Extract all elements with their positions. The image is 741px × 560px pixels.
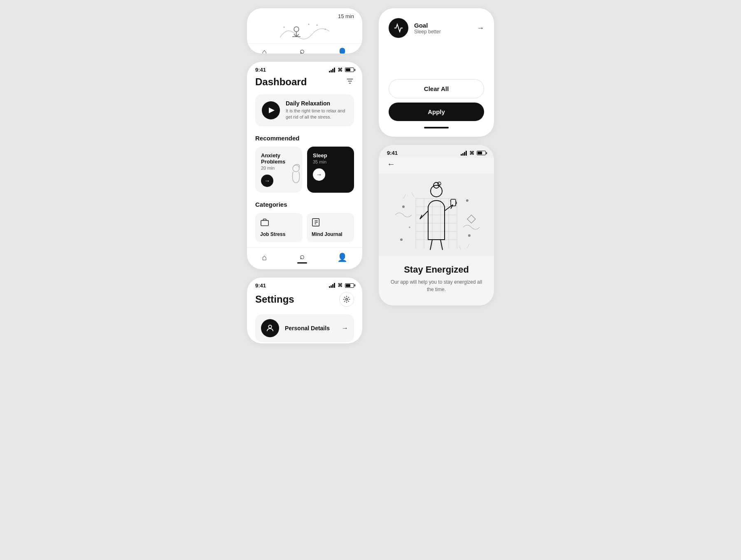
play-button[interactable] — [262, 101, 280, 119]
svg-point-33 — [400, 238, 403, 241]
avatar — [261, 319, 279, 337]
settings-title: Settings — [255, 294, 294, 305]
home-nav-icon-2[interactable]: ⌂ — [262, 253, 267, 262]
svg-point-27 — [431, 185, 442, 197]
profile-nav-icon-2[interactable]: 👤 — [337, 252, 347, 262]
rec-card-anxiety-arrow[interactable]: → — [261, 175, 273, 187]
timer-row: 15 min — [247, 13, 362, 21]
stay-energized-wifi: ⌘ — [469, 150, 474, 156]
svg-point-32 — [466, 199, 468, 202]
phone-dashboard: 9:41 ⌘ Dashboard — [247, 62, 362, 269]
search-nav-item-2[interactable]: ⌕ — [297, 252, 307, 264]
recommended-title: Recommended — [255, 135, 354, 142]
svg-point-13 — [346, 299, 348, 301]
svg-point-34 — [468, 234, 471, 237]
personal-details-row[interactable]: Personal Details → — [255, 314, 354, 342]
dashboard-title: Dashboard — [255, 76, 307, 88]
category-mind-journal[interactable]: Mind Journal — [307, 213, 354, 242]
personal-details-label: Personal Details — [285, 325, 336, 331]
goal-text: Goal Sleep better — [414, 22, 441, 35]
right-column: Goal Sleep better → Clear All Apply 9:41… — [379, 8, 494, 306]
svg-point-1 — [284, 27, 285, 28]
svg-point-31 — [402, 205, 405, 208]
categories-title: Categories — [255, 201, 354, 208]
recommended-list: Anxiety Problems 20 min → Sleep 35 — [255, 147, 354, 193]
play-icon — [269, 107, 275, 113]
svg-rect-30 — [451, 199, 456, 206]
filter-bottom-bar — [424, 127, 449, 128]
clear-all-button[interactable]: Clear All — [389, 79, 484, 98]
svg-point-35 — [409, 226, 410, 228]
left-column: 15 min ⌂ ⌕ 👤 — [247, 8, 362, 343]
search-nav-item[interactable]: ⌕ — [297, 46, 307, 54]
goal-subtitle: Sleep better — [414, 29, 441, 35]
settings-icon-button[interactable] — [339, 292, 354, 307]
dashboard-bottom-nav: ⌂ ⌕ 👤 — [247, 247, 362, 269]
rec-card-sleep-duration: 35 min — [313, 159, 348, 164]
dashboard-content: Dashboard Daily Relaxation It is the rig… — [247, 75, 362, 242]
phone-settings: 9:41 ⌘ Settings — [247, 278, 362, 343]
settings-header: Settings — [255, 292, 354, 307]
svg-point-3 — [325, 29, 326, 30]
rec-card-anxiety[interactable]: Anxiety Problems 20 min → — [255, 147, 302, 193]
filter-spacer — [389, 46, 484, 79]
relaxation-text: Daily Relaxation It is the right time to… — [286, 100, 347, 121]
svg-rect-9 — [261, 220, 268, 226]
search-nav-icon-2[interactable]: ⌕ — [300, 252, 305, 261]
stay-energized-illustration — [379, 174, 494, 256]
settings-battery-icon — [345, 283, 354, 288]
partial-bottom-nav: ⌂ ⌕ 👤 — [247, 43, 362, 54]
timer-label: 15 min — [338, 13, 354, 19]
rec-card-sleep-title: Sleep — [313, 152, 348, 159]
phone-partial-top: 15 min ⌂ ⌕ 👤 — [247, 8, 362, 54]
settings-content: Settings Personal Details → — [247, 290, 362, 342]
category-mind-journal-name: Mind Journal — [312, 231, 349, 237]
stay-energized-status-bar: 9:41 ⌘ — [379, 145, 494, 158]
settings-status-bar: 9:41 ⌘ — [247, 278, 362, 290]
settings-time: 9:41 — [255, 282, 266, 289]
stay-energized-screen: 9:41 ⌘ ← — [379, 145, 494, 306]
filter-goal-item: Goal Sleep better → — [389, 18, 484, 38]
goal-arrow-icon[interactable]: → — [477, 24, 484, 33]
stay-energized-signal — [461, 151, 467, 156]
goal-icon-circle — [389, 18, 408, 38]
partial-illustration — [247, 21, 362, 42]
battery-icon — [345, 68, 354, 72]
apply-button[interactable]: Apply — [389, 103, 484, 121]
category-job-stress-name: Job Stress — [260, 231, 298, 237]
categories-grid: Job Stress Mind Journal — [255, 213, 354, 242]
rec-card-sleep-arrow[interactable]: → — [313, 168, 325, 181]
wifi-icon: ⌘ — [338, 67, 343, 73]
stay-energized-text: Stay Energized Our app will help you to … — [379, 256, 494, 297]
filter-panel: Goal Sleep better → Clear All Apply — [379, 8, 494, 137]
rec-card-anxiety-figure — [277, 162, 302, 193]
home-nav-icon[interactable]: ⌂ — [262, 47, 267, 54]
back-button[interactable]: ← — [379, 158, 494, 174]
settings-status-icons: ⌘ — [329, 282, 354, 288]
relaxation-description: It is the right time to relax and get ri… — [286, 108, 347, 121]
stay-energized-status-icons: ⌘ — [461, 150, 486, 156]
relaxation-title: Daily Relaxation — [286, 100, 347, 107]
goal-title: Goal — [414, 22, 441, 29]
personal-details-arrow: → — [342, 324, 348, 332]
stay-energized-time: 9:41 — [387, 150, 398, 156]
dashboard-status-icons: ⌘ — [329, 67, 354, 73]
dashboard-status-bar: 9:41 ⌘ — [247, 62, 362, 75]
search-nav-icon[interactable]: ⌕ — [300, 46, 305, 54]
mind-journal-icon — [312, 218, 349, 229]
rec-card-sleep[interactable]: Sleep 35 min → — [307, 147, 354, 193]
stay-energized-description: Our app will help you to stay energized … — [389, 278, 484, 293]
settings-signal-icon — [329, 283, 335, 288]
dashboard-header: Dashboard — [255, 76, 354, 88]
svg-point-0 — [294, 27, 299, 32]
filter-button[interactable] — [346, 77, 354, 87]
job-stress-icon — [260, 218, 298, 229]
svg-point-2 — [317, 25, 318, 26]
profile-nav-icon[interactable]: 👤 — [337, 47, 347, 54]
relaxation-card[interactable]: Daily Relaxation It is the right time to… — [255, 94, 354, 126]
category-job-stress[interactable]: Job Stress — [255, 213, 303, 242]
settings-wifi-icon: ⌘ — [338, 282, 343, 288]
svg-point-4 — [308, 24, 310, 25]
stay-energized-battery — [477, 151, 486, 155]
signal-icon — [329, 68, 335, 72]
